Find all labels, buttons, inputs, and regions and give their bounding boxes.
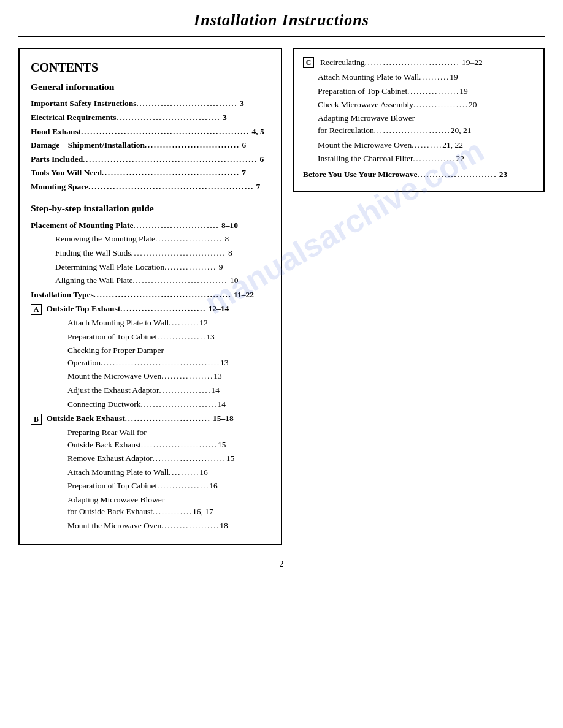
toc-b-adapt: Adapting Microwave Blower for Outside Ba… (67, 494, 270, 518)
contents-title: CONTENTS (31, 59, 270, 77)
page-number: 2 (0, 559, 563, 569)
toc-aligning: Aligning the Wall Plate ................… (55, 275, 270, 287)
toc-a-ductwork: Connecting Ductwork ....................… (67, 398, 270, 411)
toc-section-b-header: B Outside Back Exhaust .................… (31, 412, 270, 425)
toc-damage: Damage – Shipment/Installation .........… (31, 139, 270, 151)
toc-electrical: Electrical Requirements ................… (31, 112, 270, 124)
toc-determining: Determining Wall Plate Location ........… (55, 261, 270, 273)
toc-installation-types: Installation Types .....................… (31, 289, 270, 301)
toc-mounting: Mounting Space .........................… (31, 181, 270, 193)
badge-a: A (31, 304, 42, 315)
toc-finding-studs: Finding the Wall Studs .................… (55, 247, 270, 259)
toc-a-prep: Preparation of Top Cabinet .............… (67, 331, 270, 343)
toc-c-prep: Preparation of Top Cabinet .............… (303, 85, 535, 97)
step-by-step-heading: Step-by-step installation guide (31, 202, 270, 215)
toc-b-prep-cab: Preparation of Top Cabinet .............… (67, 480, 270, 492)
contents-box: CONTENTS General information Important S… (18, 48, 282, 545)
general-info-heading: General information (31, 80, 270, 94)
toc-c-mount: Mount the Microwave Oven .......... 21, … (303, 139, 535, 151)
toc-c-check: Check Microwave Assembly ...............… (303, 99, 535, 111)
toc-c-adapt: Adapting Microwave Blower for Recirculat… (303, 112, 535, 137)
toc-a-mount: Mount the Microwave Oven ...............… (67, 370, 270, 382)
toc-safety: Important Safety Instructions ..........… (31, 97, 270, 110)
badge-c: C (303, 57, 314, 68)
toc-parts: Parts Included .........................… (31, 153, 270, 165)
toc-c-attach: Attach Mounting Plate to Wall ..........… (303, 71, 535, 83)
toc-c-charcoal: Installing the Charcoal Filter .........… (303, 153, 535, 165)
toc-removing-plate: Removing the Mounting Plate ............… (55, 233, 270, 245)
toc-a-damper: Checking for Proper Damper Operation....… (67, 344, 270, 368)
page-title: Installation Instructions (18, 11, 545, 29)
toc-section-c-header: C Recirculating ........................… (303, 56, 535, 69)
toc-b-mount: Mount the Microwave Oven ...............… (67, 520, 270, 532)
toc-tools: Tools You Will Need ....................… (31, 167, 270, 179)
toc-placement: Placement of Mounting Plate ............… (31, 219, 270, 232)
toc-before-use: Before You Use Your Microwave ..........… (303, 169, 535, 181)
right-column: C Recirculating ........................… (293, 48, 545, 545)
badge-b: B (31, 414, 42, 425)
toc-b-remove: Remove Exhaust Adaptor .................… (67, 452, 270, 464)
toc-b-prep-rear: Preparing Rear Wall for Outside Back Exh… (67, 427, 270, 450)
page-header: Installation Instructions (0, 0, 563, 37)
section-c-box: C Recirculating ........................… (293, 48, 545, 192)
toc-a-attach: Attach Mounting Plate to Wall ..........… (67, 317, 270, 329)
toc-a-adjust: Adjust the Exhaust Adaptor .............… (67, 384, 270, 396)
toc-b-attach: Attach Mounting Plate to Wall ..........… (67, 466, 270, 479)
toc-hood: Hood Exhaust ...........................… (31, 126, 270, 138)
toc-section-a-header: A Outside Top Exhaust ..................… (31, 303, 270, 315)
